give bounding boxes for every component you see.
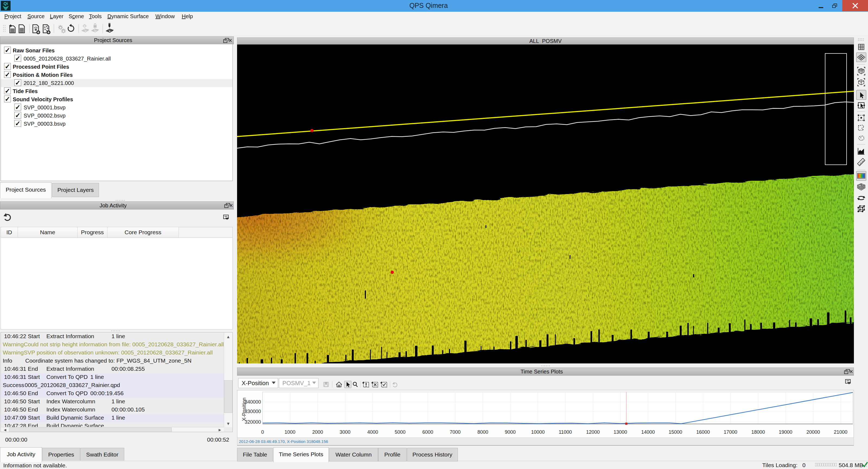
svg-text:2000: 2000 <box>312 429 323 435</box>
svg-text:X-Position: X-Position <box>241 398 247 421</box>
svg-text:8000: 8000 <box>477 429 488 435</box>
svg-text:19000: 19000 <box>779 429 792 435</box>
svg-text:18000: 18000 <box>751 429 765 435</box>
svg-text:20000: 20000 <box>806 429 820 435</box>
svg-text:12000: 12000 <box>586 429 600 435</box>
svg-text:320000: 320000 <box>245 419 261 425</box>
svg-text:9000: 9000 <box>505 429 516 435</box>
svg-text:3000: 3000 <box>340 429 350 435</box>
svg-text:11000: 11000 <box>559 429 572 435</box>
svg-text:6000: 6000 <box>422 429 433 435</box>
svg-text:17000: 17000 <box>724 429 737 435</box>
svg-text:0: 0 <box>261 429 264 435</box>
svg-text:Qi: Qi <box>3 1 8 6</box>
svg-text:15000: 15000 <box>669 429 682 435</box>
svg-text:21000: 21000 <box>834 429 847 435</box>
svg-text:13000: 13000 <box>614 429 627 435</box>
svg-text:340000: 340000 <box>245 399 261 405</box>
svg-text:5000: 5000 <box>395 429 405 435</box>
svg-text:1000: 1000 <box>284 429 296 435</box>
svg-text:10000: 10000 <box>531 429 545 435</box>
svg-text:14000: 14000 <box>641 429 655 435</box>
svg-text:330000: 330000 <box>245 409 261 414</box>
svg-text:16000: 16000 <box>696 429 710 435</box>
svg-text:7000: 7000 <box>450 429 461 435</box>
svg-text:4000: 4000 <box>367 429 378 435</box>
